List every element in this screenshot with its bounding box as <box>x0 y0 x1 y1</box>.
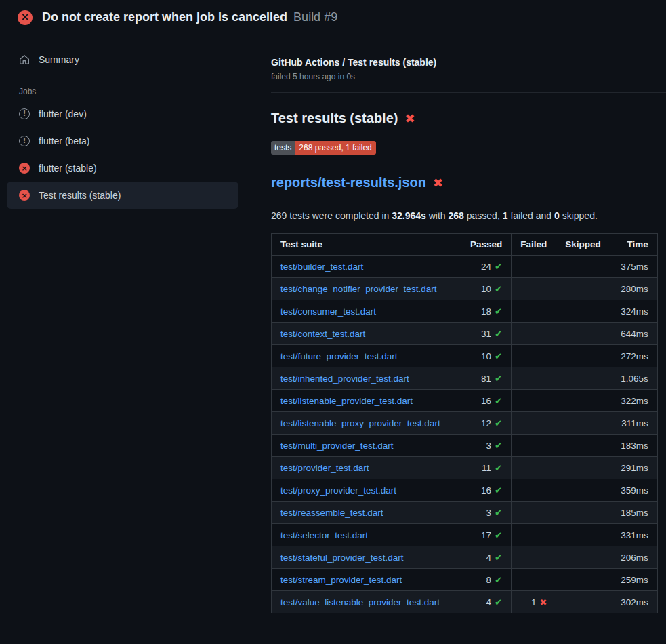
table-row: test/multi_provider_test.dart 3✔ 183ms <box>272 435 658 457</box>
suite-link[interactable]: test/proxy_provider_test.dart <box>280 485 396 496</box>
table-row: test/selector_test.dart 17✔ 331ms <box>272 524 658 546</box>
suite-link[interactable]: test/listenable_provider_test.dart <box>280 396 413 406</box>
check-icon: ✔ <box>495 574 502 585</box>
suite-link[interactable]: test/provider_test.dart <box>280 463 369 473</box>
job-label: Test results (stable) <box>39 189 121 201</box>
passed-cell: 11✔ <box>461 457 512 479</box>
failed-cell <box>512 502 556 524</box>
time-cell: 185ms <box>610 502 657 524</box>
suite-link[interactable]: test/context_test.dart <box>280 329 365 339</box>
suite-cell: test/listenable_provider_test.dart <box>272 390 461 412</box>
table-row: test/consumer_test.dart 18✔ 324ms <box>272 300 658 323</box>
results-table: Test suite Passed Failed Skipped Time te… <box>271 233 658 613</box>
jobs-section-label: Jobs <box>19 87 238 96</box>
suite-cell: test/inherited_provider_test.dart <box>272 367 461 390</box>
sidebar-item-summary[interactable]: Summary <box>7 46 238 73</box>
failed-cell <box>512 390 556 412</box>
table-row: test/listenable_provider_test.dart 16✔ 3… <box>272 390 658 412</box>
skipped-cell <box>556 390 610 412</box>
check-icon: ✔ <box>495 418 502 428</box>
time-cell: 183ms <box>610 435 657 457</box>
passed-cell: 12✔ <box>461 412 512 435</box>
passed-cell: 8✔ <box>461 569 512 591</box>
time-cell: 375ms <box>610 256 657 278</box>
badge-label: tests <box>271 141 295 155</box>
report-link[interactable]: reports/test-results.json <box>271 175 426 190</box>
time-cell: 311ms <box>610 412 657 435</box>
suite-cell: test/context_test.dart <box>272 323 461 345</box>
failed-cell <box>512 345 556 367</box>
suite-cell: test/value_listenable_provider_test.dart <box>272 591 461 613</box>
passed-cell: 3✔ <box>461 435 512 457</box>
suite-link[interactable]: test/stream_provider_test.dart <box>280 575 402 585</box>
passed-cell: 81✔ <box>461 367 512 390</box>
suite-link[interactable]: test/stateful_provider_test.dart <box>280 552 404 563</box>
time-cell: 206ms <box>610 546 657 569</box>
skipped-cell <box>556 367 610 390</box>
time-cell: 644ms <box>610 323 657 345</box>
exclamation-circle-icon: ! <box>19 136 30 146</box>
report-heading: reports/test-results.json ✖ <box>271 175 666 199</box>
failed-cell <box>512 278 556 300</box>
check-icon: ✔ <box>495 395 502 406</box>
time-cell: 280ms <box>610 278 657 300</box>
table-row: test/stream_provider_test.dart 8✔ 259ms <box>272 569 658 591</box>
check-icon: ✔ <box>495 552 502 563</box>
sidebar-job-item[interactable]: × flutter (stable) <box>7 155 238 182</box>
sidebar-job-item[interactable]: ! flutter (beta) <box>7 127 238 155</box>
suite-link[interactable]: test/value_listenable_provider_test.dart <box>280 597 440 607</box>
suite-link[interactable]: test/builder_test.dart <box>280 262 363 272</box>
time-cell: 1.065s <box>610 367 657 390</box>
skipped-cell <box>556 502 610 524</box>
run-title-text: Do not create report when job is cancell… <box>42 10 287 24</box>
column-header-skipped: Skipped <box>556 234 610 256</box>
table-row: test/listenable_proxy_provider_test.dart… <box>272 412 658 435</box>
suite-cell: test/multi_provider_test.dart <box>272 435 461 457</box>
skipped-cell <box>556 256 610 278</box>
failed-cross-icon: ✖ <box>433 176 443 190</box>
column-header-failed: Failed <box>512 234 556 256</box>
summary-text: 269 tests were completed in 32.964s with… <box>271 210 666 221</box>
build-number: Build #9 <box>293 10 337 24</box>
suite-link[interactable]: test/listenable_proxy_provider_test.dart <box>280 418 440 428</box>
x-circle-icon: × <box>19 190 30 201</box>
passed-cell: 3✔ <box>461 502 512 524</box>
sidebar-job-item[interactable]: × Test results (stable) <box>7 182 238 209</box>
sidebar-job-item[interactable]: ! flutter (dev) <box>7 100 238 127</box>
check-icon: ✔ <box>495 350 502 361</box>
column-header-passed: Passed <box>461 234 512 256</box>
suite-link[interactable]: test/selector_test.dart <box>280 530 368 540</box>
suite-link[interactable]: test/reassemble_test.dart <box>280 508 383 518</box>
check-icon: ✔ <box>495 507 502 518</box>
passed-cell: 31✔ <box>461 323 512 345</box>
skipped-cell <box>556 345 610 367</box>
results-table-header: Test suite Passed Failed Skipped Time <box>272 234 658 256</box>
time-cell: 291ms <box>610 457 657 479</box>
tests-badge: tests 268 passed, 1 failed <box>271 141 376 155</box>
table-row: test/stateful_provider_test.dart 4✔ 206m… <box>272 546 658 569</box>
passed-cell: 4✔ <box>461 546 512 569</box>
results-table-body: test/builder_test.dart 24✔ 375ms test/ch… <box>272 256 658 613</box>
suite-cell: test/selector_test.dart <box>272 524 461 546</box>
sidebar-summary-label: Summary <box>39 54 79 66</box>
failed-cell: 1✖ <box>512 591 556 613</box>
job-label: flutter (beta) <box>39 135 89 147</box>
suite-link[interactable]: test/inherited_provider_test.dart <box>280 374 409 384</box>
suite-link[interactable]: test/multi_provider_test.dart <box>280 441 394 451</box>
suite-link[interactable]: test/consumer_test.dart <box>280 306 376 317</box>
suite-cell: test/stream_provider_test.dart <box>272 569 461 591</box>
sidebar: Summary Jobs ! flutter (dev) ! flutter (… <box>0 35 271 222</box>
table-row: test/value_listenable_provider_test.dart… <box>272 591 658 613</box>
passed-cell: 4✔ <box>461 591 512 613</box>
time-cell: 272ms <box>610 345 657 367</box>
table-row: test/future_provider_test.dart 10✔ 272ms <box>272 345 658 367</box>
skipped-cell <box>556 300 610 323</box>
check-icon: ✔ <box>495 529 502 540</box>
check-icon: ✔ <box>495 373 502 384</box>
failed-cell <box>512 457 556 479</box>
suite-link[interactable]: test/change_notifier_provider_test.dart <box>280 284 436 294</box>
check-icon: ✔ <box>495 283 502 294</box>
suite-link[interactable]: test/future_provider_test.dart <box>280 351 398 361</box>
page-layout: Summary Jobs ! flutter (dev) ! flutter (… <box>0 35 666 627</box>
run-header: × Do not create report when job is cance… <box>0 0 666 35</box>
